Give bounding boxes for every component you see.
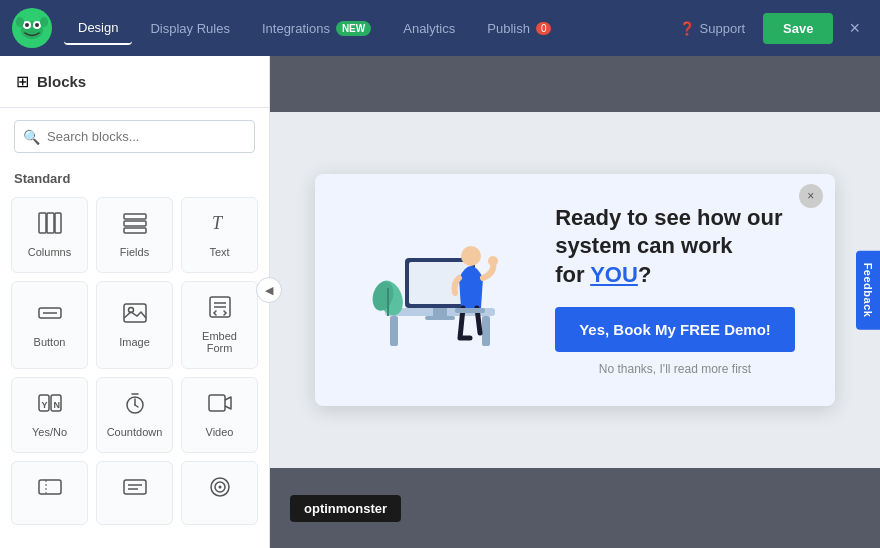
app-logo xyxy=(12,8,52,48)
blocks-grid: Columns Fields T Text Butto xyxy=(0,194,269,528)
svg-rect-8 xyxy=(39,213,46,233)
block-more1[interactable] xyxy=(11,461,88,525)
button-icon xyxy=(38,302,62,330)
tab-integrations[interactable]: Integrations NEW xyxy=(248,13,385,44)
svg-line-28 xyxy=(135,405,138,407)
popup-skip-link[interactable]: No thanks, I'll read more first xyxy=(555,362,795,376)
image-icon xyxy=(123,302,147,330)
sidebar-header: ⊞ Blocks xyxy=(0,56,269,108)
svg-point-5 xyxy=(35,23,39,27)
sidebar-collapse-button[interactable]: ◀ xyxy=(256,277,282,303)
svg-rect-33 xyxy=(124,480,146,494)
block-yes-no-label: Yes/No xyxy=(32,426,67,438)
svg-text:N: N xyxy=(53,400,60,410)
svg-rect-11 xyxy=(124,214,146,219)
block-embed-form-label: Embed Form xyxy=(190,330,249,354)
text-icon: T xyxy=(208,212,232,240)
video-icon xyxy=(208,392,232,420)
sidebar-title: Blocks xyxy=(37,73,86,90)
optinmonster-logo: optinmonster xyxy=(290,495,401,522)
main-layout: ⊞ Blocks 🔍 Standard Columns Fields xyxy=(0,56,880,548)
more3-icon xyxy=(208,476,232,504)
save-button[interactable]: Save xyxy=(763,13,833,44)
svg-point-49 xyxy=(461,246,481,266)
block-columns-label: Columns xyxy=(28,246,71,258)
block-countdown-label: Countdown xyxy=(107,426,163,438)
tab-display-rules[interactable]: Display Rules xyxy=(136,13,243,44)
block-video-label: Video xyxy=(206,426,234,438)
tab-publish[interactable]: Publish 0 xyxy=(473,13,565,44)
canvas-bottom-bar: optinmonster xyxy=(270,468,880,548)
block-fields[interactable]: Fields xyxy=(96,197,173,273)
block-image-label: Image xyxy=(119,336,150,348)
search-icon: 🔍 xyxy=(23,129,40,145)
svg-point-6 xyxy=(16,17,24,27)
publish-badge: 0 xyxy=(536,22,552,35)
search-input[interactable] xyxy=(14,120,255,153)
svg-point-4 xyxy=(25,23,29,27)
support-button[interactable]: ❓ Support xyxy=(669,15,756,42)
block-text-label: Text xyxy=(209,246,229,258)
svg-rect-44 xyxy=(433,308,447,316)
popup-cta-button[interactable]: Yes, Book My FREE Demo! xyxy=(555,307,795,352)
header: Design Display Rules Integrations NEW An… xyxy=(0,0,880,56)
countdown-icon xyxy=(123,392,147,420)
tab-design[interactable]: Design xyxy=(64,12,132,45)
popup-highlight: YOU xyxy=(590,262,638,287)
svg-rect-10 xyxy=(55,213,61,233)
canvas: ◀ Feedback × xyxy=(270,56,880,548)
popup-content: Ready to see how our system can work for… xyxy=(555,204,795,377)
svg-rect-45 xyxy=(425,316,455,320)
svg-point-38 xyxy=(218,486,221,489)
svg-rect-12 xyxy=(124,221,146,226)
block-more2[interactable] xyxy=(96,461,173,525)
block-yes-no[interactable]: YN Yes/No xyxy=(11,377,88,453)
block-countdown[interactable]: Countdown xyxy=(96,377,173,453)
sidebar: ⊞ Blocks 🔍 Standard Columns Fields xyxy=(0,56,270,548)
popup-heading: Ready to see how our system can work for… xyxy=(555,204,795,290)
popup-preview: × xyxy=(315,174,835,407)
block-button-label: Button xyxy=(34,336,66,348)
blocks-icon: ⊞ xyxy=(16,72,29,91)
svg-rect-30 xyxy=(209,395,225,411)
svg-rect-31 xyxy=(39,480,61,494)
fields-icon xyxy=(123,212,147,240)
svg-rect-40 xyxy=(390,316,398,346)
more2-icon xyxy=(123,476,147,504)
section-standard: Standard xyxy=(0,165,269,194)
block-text[interactable]: T Text xyxy=(181,197,258,273)
close-button[interactable]: × xyxy=(841,14,868,43)
block-embed-form[interactable]: Embed Form xyxy=(181,281,258,369)
popup-illustration xyxy=(355,208,515,372)
question-icon: ❓ xyxy=(679,21,695,36)
new-badge: NEW xyxy=(336,21,371,36)
svg-text:Y: Y xyxy=(41,400,47,410)
canvas-content: ◀ Feedback × xyxy=(270,112,880,468)
svg-rect-13 xyxy=(124,228,146,233)
svg-rect-9 xyxy=(47,213,54,233)
svg-text:T: T xyxy=(212,213,224,233)
block-fields-label: Fields xyxy=(120,246,149,258)
svg-point-50 xyxy=(488,256,498,266)
svg-rect-41 xyxy=(482,316,490,346)
block-image[interactable]: Image xyxy=(96,281,173,369)
svg-point-7 xyxy=(40,17,48,27)
block-button[interactable]: Button xyxy=(11,281,88,369)
columns-icon xyxy=(38,212,62,240)
tab-analytics[interactable]: Analytics xyxy=(389,13,469,44)
block-columns[interactable]: Columns xyxy=(11,197,88,273)
block-more3[interactable] xyxy=(181,461,258,525)
popup-close-button[interactable]: × xyxy=(799,184,823,208)
more1-icon xyxy=(38,476,62,504)
feedback-tab[interactable]: Feedback xyxy=(856,251,880,330)
svg-rect-51 xyxy=(455,308,485,313)
search-box: 🔍 xyxy=(14,120,255,153)
embed-form-icon xyxy=(208,296,232,324)
header-right: ❓ Support Save × xyxy=(669,13,868,44)
block-video[interactable]: Video xyxy=(181,377,258,453)
yes-no-icon: YN xyxy=(38,392,62,420)
canvas-top-bar xyxy=(270,56,880,112)
